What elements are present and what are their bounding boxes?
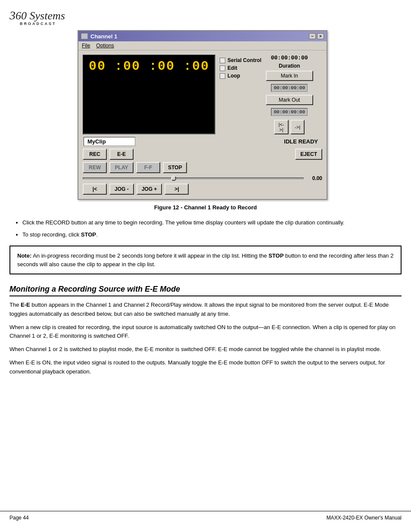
mark-in-button[interactable]: Mark In (266, 71, 313, 81)
figure-caption: Figure 12 - Channel 1 Ready to Record (0, 204, 411, 211)
section-para-4: When E-E is ON, the input video signal i… (9, 358, 402, 376)
menu-bar: File Options (78, 41, 327, 50)
play-button[interactable]: PLAY (109, 162, 134, 173)
footer-page: Page 44 (9, 515, 29, 521)
slider-track[interactable] (83, 177, 304, 179)
duration-time: 00:00:00:00 (271, 55, 308, 61)
note-box: Note: An in-progress recording must be 2… (9, 246, 402, 274)
clip-row: MyClip IDLE READY (83, 137, 322, 146)
window-title: Channel 1 (90, 33, 117, 40)
note-prefix: Note: (17, 252, 31, 259)
end-button[interactable]: >| (165, 184, 189, 195)
section-para-2: When a new clip is created for recording… (9, 323, 402, 341)
jog-row: |< JOG - JOG + >| (83, 184, 322, 195)
body-content: Click the RECORD button at any time to b… (0, 218, 411, 239)
transport-row-1: REC E-E EJECT (83, 149, 322, 160)
section-heading: Monitoring a Recording Source with E-E M… (9, 285, 402, 296)
rec-button[interactable]: REC (83, 149, 107, 160)
stop-button[interactable]: STOP (163, 162, 187, 173)
rew-button[interactable]: REW (83, 162, 107, 173)
window-content: 00 :00 :00 :00 Serial Control Edit (78, 50, 327, 199)
note-text: An in-progress recording must be 2 secon… (33, 252, 268, 259)
slider-thumb[interactable] (171, 176, 176, 181)
jog-minus-button[interactable]: JOG - (109, 184, 134, 195)
ff-button[interactable]: F-F (136, 162, 160, 173)
transport-row-2: REW PLAY F-F STOP (83, 162, 322, 173)
loop-label: Loop (227, 73, 240, 79)
page-footer: Page 44 MAXX-2420-EX Owner's Manual (0, 511, 411, 524)
list-item: Click the RECORD button at any time to b… (22, 218, 402, 227)
section-para-1: The E-E button appears in the Channel 1 … (9, 301, 402, 319)
timecode-display: 00 :00 :00 :00 (83, 55, 215, 134)
ee-button[interactable]: E-E (109, 149, 134, 160)
slider-value: 0.00 (307, 175, 322, 181)
mark-in-time: 00:00:00:00 (271, 84, 308, 92)
minimize-button[interactable]: − (309, 33, 316, 39)
start-button[interactable]: |< (83, 184, 107, 195)
note-stop-bold: STOP (268, 252, 283, 259)
mark-out-button[interactable]: Mark Out (266, 95, 313, 105)
channel-window: Channel 1 − × File Options 00 :00 :00 (78, 30, 327, 200)
serial-control-label: Serial Control (227, 57, 262, 63)
section-body: The E-E button appears in the Channel 1 … (0, 301, 411, 376)
checkboxes-area: Serial Control Edit Loop (220, 55, 262, 134)
inout-button[interactable]: |<->| (274, 120, 289, 134)
duration-label: Duration (279, 63, 300, 69)
file-menu[interactable]: File (82, 43, 90, 49)
serial-control-checkbox[interactable] (220, 58, 225, 63)
window-icon (81, 33, 88, 39)
status-badge: IDLE READY (280, 137, 321, 146)
eject-button[interactable]: EJECT (295, 149, 322, 160)
window-titlebar: Channel 1 − × (78, 31, 327, 41)
bullet-list: Click the RECORD button at any time to b… (22, 218, 402, 239)
mark-out-time: 00:00:00:00 (271, 108, 308, 116)
options-menu[interactable]: Options (96, 43, 114, 49)
clip-name[interactable]: MyClip (84, 137, 135, 146)
footer-manual: MAXX-2420-EX Owner's Manual (327, 515, 402, 521)
out-button[interactable]: ->| (290, 120, 305, 134)
loop-checkbox[interactable] (220, 73, 225, 79)
right-panel: 00:00:00:00 Duration Mark In 00:00:00:00… (266, 55, 313, 134)
close-button[interactable]: × (317, 33, 324, 39)
logo-text: 360 Systems (9, 8, 65, 22)
section-para-3: When Channel 1 or 2 is switched to playl… (9, 345, 402, 354)
edit-checkbox[interactable] (220, 65, 225, 71)
logo-broadcast: BROADCAST (20, 22, 56, 26)
logo-area: 360 Systems BROADCAST (0, 0, 411, 30)
list-item: To stop recording, click STOP. (22, 230, 402, 239)
jog-plus-button[interactable]: JOG + (137, 184, 162, 195)
slider-row: 0.00 (83, 175, 322, 181)
edit-label: Edit (227, 65, 237, 71)
